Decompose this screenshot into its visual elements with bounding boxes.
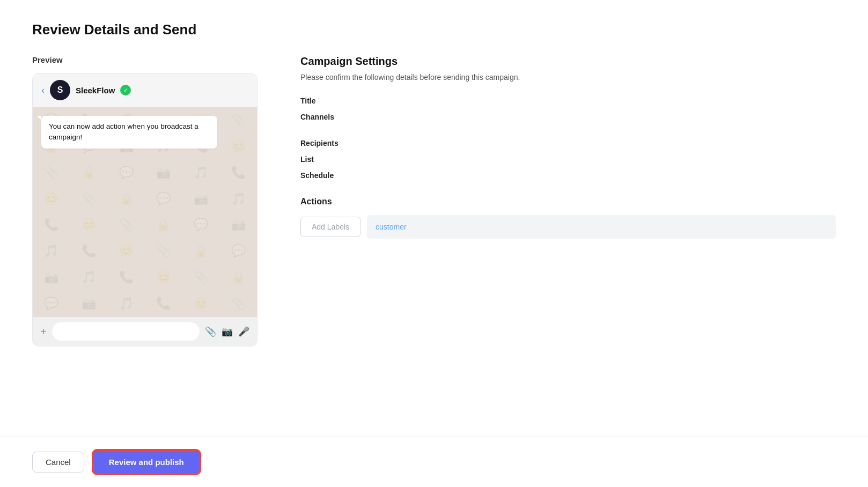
chat-attachment-icon[interactable]: 📎 bbox=[205, 326, 216, 337]
field-schedule: Schedule bbox=[300, 171, 836, 180]
back-arrow-icon[interactable]: ‹ bbox=[41, 85, 45, 96]
actions-section: Actions Add Labels customer bbox=[300, 197, 836, 239]
actions-title: Actions bbox=[300, 197, 836, 206]
chat-input-bar: + 📎 📷 🎤 bbox=[33, 316, 257, 346]
channels-label: Channels bbox=[300, 113, 836, 121]
title-label: Title bbox=[300, 97, 836, 105]
field-channels: Channels bbox=[300, 113, 836, 121]
campaign-settings-panel: Campaign Settings Please confirm the fol… bbox=[300, 55, 836, 415]
chat-text-input[interactable] bbox=[52, 322, 200, 341]
review-publish-button[interactable]: Review and publish bbox=[93, 450, 200, 474]
labels-display: customer bbox=[367, 215, 836, 239]
avatar: S bbox=[50, 80, 70, 100]
chat-area: 💬📞🎵📷😊📎 🔒💬📷🎵📞😊 📎🔒💬📷🎵📞 😊📎🔒💬📷🎵 📞😊📎🔒💬📷 🎵📞😊📎🔒… bbox=[33, 107, 257, 316]
chat-camera-icon[interactable]: 📷 bbox=[222, 326, 233, 337]
campaign-settings-title: Campaign Settings bbox=[300, 55, 836, 68]
verified-icon: ✓ bbox=[120, 85, 131, 95]
footer-bar: Cancel Review and publish bbox=[0, 437, 868, 487]
list-label: List bbox=[300, 155, 836, 164]
field-title: Title bbox=[300, 97, 836, 105]
campaign-settings-subtitle: Please confirm the following details bef… bbox=[300, 73, 836, 82]
contact-name: SleekFlow bbox=[76, 86, 115, 95]
schedule-label: Schedule bbox=[300, 171, 836, 180]
label-tag-customer: customer bbox=[376, 223, 407, 231]
recipients-label: Recipients bbox=[300, 139, 836, 147]
page-title: Review Details and Send bbox=[32, 21, 836, 38]
preview-header: ‹ S SleekFlow ✓ bbox=[33, 73, 257, 107]
message-bubble: You can now add action when you broadcas… bbox=[41, 116, 217, 149]
field-list: List bbox=[300, 155, 836, 164]
preview-panel: Preview ‹ S SleekFlow ✓ 💬📞🎵📷😊📎 🔒💬📷🎵📞 bbox=[32, 55, 258, 415]
preview-container: ‹ S SleekFlow ✓ 💬📞🎵📷😊📎 🔒💬📷🎵📞😊 📎🔒💬📷🎵📞 😊📎 bbox=[32, 73, 258, 346]
labels-row: Add Labels customer bbox=[300, 215, 836, 239]
preview-section-label: Preview bbox=[32, 55, 258, 64]
cancel-button[interactable]: Cancel bbox=[32, 452, 84, 473]
chat-mic-icon[interactable]: 🎤 bbox=[238, 326, 249, 337]
chat-plus-icon[interactable]: + bbox=[40, 326, 47, 338]
field-recipients: Recipients bbox=[300, 139, 836, 147]
add-labels-button[interactable]: Add Labels bbox=[300, 217, 361, 237]
